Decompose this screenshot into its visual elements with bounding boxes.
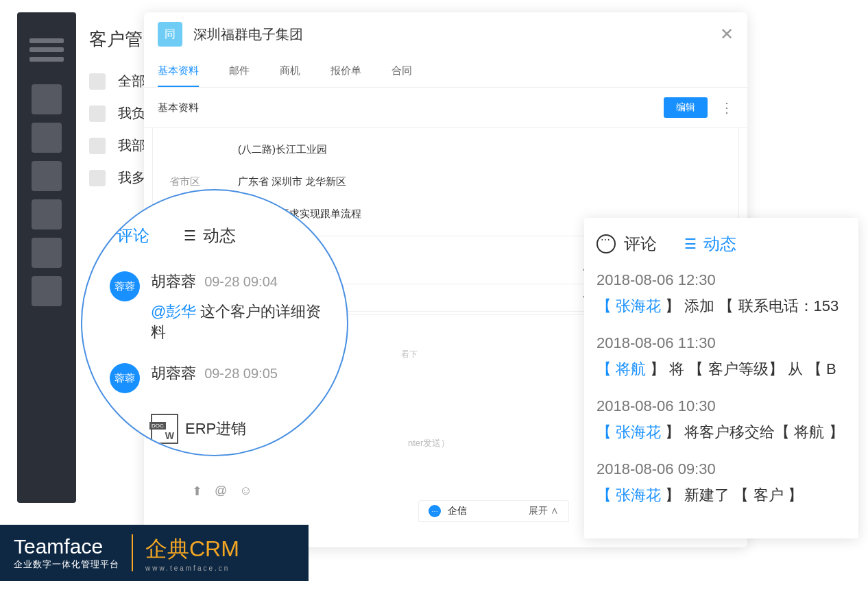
activity-time: 2018-08-06 11:30 <box>596 334 846 352</box>
nav-item-6[interactable] <box>32 276 62 306</box>
checkbox-icon[interactable] <box>89 138 106 154</box>
tab-quote[interactable]: 报价单 <box>330 56 361 87</box>
nav-item-1[interactable] <box>32 84 62 114</box>
tab-contract[interactable]: 合同 <box>391 56 412 87</box>
company-logo-icon: 同 <box>158 22 182 47</box>
detail-tabs: 基本资料 邮件 商机 报价单 合同 <box>144 56 747 88</box>
activity-tabs: 评论 ☰动态 <box>596 233 846 255</box>
crm-logo: 企典CRM www.teamface.cn <box>145 534 239 572</box>
bottom-bar: ⋯ 企信 展开 ∧ <box>418 500 569 522</box>
activity-text: 】 添加 【 联系电话：153 <box>665 297 839 314</box>
activity-item: 2018-08-06 09:30 【 张海花 】 新建了 【 客户 】 <box>596 460 846 506</box>
enter-hint: nter发送） <box>408 437 450 449</box>
nav-item-3[interactable] <box>32 161 62 191</box>
comment-item: 蓉蓉 胡蓉蓉 09-28 09:05 <box>110 363 326 393</box>
teamface-logo: Teamface 企业数字一体化管理平台 <box>14 535 119 571</box>
mention[interactable]: @彭华 <box>151 303 196 320</box>
zoom-tab-activity[interactable]: ☰动态 <box>184 225 236 247</box>
activity-panel: 评论 ☰动态 2018-08-06 12:30 【 张海花 】 添加 【 联系电… <box>584 218 858 538</box>
list-icon: ☰ <box>184 227 196 244</box>
activity-item: 2018-08-06 12:30 【 张海花 】 添加 【 联系电话：153 <box>596 271 846 316</box>
tab-basic[interactable]: 基本资料 <box>158 56 199 87</box>
bubble-icon <box>596 234 616 253</box>
list-title: 客户管 <box>89 27 145 51</box>
checkbox-icon[interactable] <box>89 73 106 90</box>
mention-icon[interactable]: @ <box>215 484 227 499</box>
comment-zoom-callout: 评论 ☰动态 蓉蓉 胡蓉蓉 09-28 09:04 @彭华 这个客户的详细资料 … <box>81 189 348 456</box>
zoom-tab-comment[interactable]: 评论 <box>117 225 149 247</box>
divider <box>132 534 133 571</box>
doc-name: ERP进销 <box>185 419 246 439</box>
list-filter-dept[interactable]: 我部 <box>89 136 145 155</box>
list-filter-mine[interactable]: 我负 <box>89 104 145 123</box>
avatar: 蓉蓉 <box>110 271 140 301</box>
comment-time: 09-28 09:05 <box>204 366 278 381</box>
activity-time: 2018-08-06 10:30 <box>596 397 846 415</box>
tab-opportunity[interactable]: 商机 <box>280 56 300 87</box>
hamburger-icon[interactable] <box>29 36 64 64</box>
look-hint: 看下 <box>401 349 418 360</box>
region-value: 广东省 深圳市 龙华新区 <box>238 175 346 188</box>
input-toolbar: ⬆ @ ☺ <box>192 484 252 499</box>
activity-item: 2018-08-06 11:30 【 将航 】 将 【 客户等级】 从 【 B <box>596 334 846 380</box>
upload-icon[interactable]: ⬆ <box>192 484 202 499</box>
activity-user: 【 将航 <box>596 360 650 377</box>
nav-item-4[interactable] <box>32 199 62 229</box>
addr1-label <box>169 143 238 156</box>
comment-author: 胡蓉蓉 <box>151 364 196 382</box>
nav-item-2[interactable] <box>32 123 62 153</box>
activity-text: 】 将 【 客户等级】 从 【 B <box>650 360 836 377</box>
edit-button[interactable]: 编辑 <box>664 97 708 118</box>
activity-tab-comment[interactable]: 评论 <box>596 233 657 255</box>
comment-author: 胡蓉蓉 <box>151 273 196 290</box>
company-title: 深圳福群电子集团 <box>193 25 720 44</box>
addr1-value: (八二路)长江工业园 <box>238 143 327 156</box>
footer-logo-bar: Teamface 企业数字一体化管理平台 企典CRM www.teamface.… <box>0 525 309 581</box>
activity-time: 2018-08-06 12:30 <box>596 271 846 289</box>
activity-user: 【 张海花 <box>596 486 665 504</box>
list-icon: ☰ <box>684 236 697 252</box>
comment-item: 蓉蓉 胡蓉蓉 09-28 09:04 @彭华 这个客户的详细资料 <box>110 271 326 343</box>
list-filter-more[interactable]: 我多 <box>89 169 145 187</box>
chat-icon[interactable]: ⋯ <box>429 505 441 517</box>
list-filter-all[interactable]: 全部 <box>89 72 145 90</box>
customer-list-column: 客户管 全部 我负 我部 我多 <box>89 27 145 201</box>
qixin-label: 企信 <box>448 505 467 517</box>
section-label: 基本资料 <box>158 101 664 114</box>
activity-time: 2018-08-06 09:30 <box>596 460 846 478</box>
avatar: 蓉蓉 <box>110 363 140 393</box>
activity-item: 2018-08-06 10:30 【 张海花 】 将客户移交给【 将航 】 <box>596 397 846 443</box>
activity-user: 【 张海花 <box>596 297 665 314</box>
activity-user: 【 张海花 <box>596 423 665 440</box>
activity-tab-active[interactable]: ☰动态 <box>684 233 736 255</box>
more-icon[interactable]: ⋮ <box>720 99 734 116</box>
region-label: 省市区 <box>169 175 238 188</box>
modal-header: 同 深圳福群电子集团 ✕ <box>144 12 747 56</box>
close-icon[interactable]: ✕ <box>720 25 734 44</box>
checkbox-icon[interactable] <box>89 170 106 186</box>
emoji-icon[interactable]: ☺ <box>239 484 252 499</box>
activity-text: 】 新建了 【 客户 】 <box>665 486 802 504</box>
expand-button[interactable]: 展开 ∧ <box>529 505 559 517</box>
tab-mail[interactable]: 邮件 <box>229 56 250 87</box>
section-bar: 基本资料 编辑 ⋮ <box>144 88 747 128</box>
comment-time: 09-28 09:04 <box>204 274 278 289</box>
checkbox-icon[interactable] <box>89 105 106 122</box>
zoom-tabs: 评论 ☰动态 <box>117 225 326 247</box>
nav-item-5[interactable] <box>32 238 62 268</box>
doc-icon <box>151 414 178 444</box>
activity-text: 】 将客户移交给【 将航 】 <box>665 423 843 440</box>
left-sidebar <box>17 12 76 503</box>
